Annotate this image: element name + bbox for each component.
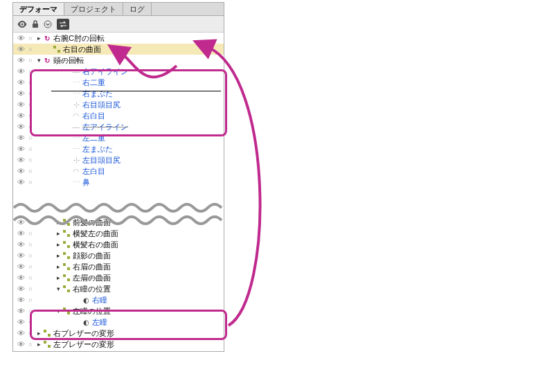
surface-icon [42, 341, 52, 348]
caret-icon[interactable] [35, 57, 42, 64]
eye-icon[interactable]: 👁 [16, 296, 26, 304]
tree-row[interactable]: 👁 ↻ 頭の回転 [13, 55, 224, 66]
tree-row[interactable]: 👁 ⋯ 左まぶた [13, 143, 224, 154]
surface-icon [52, 46, 62, 53]
select-dot[interactable] [26, 253, 35, 259]
eye-icon[interactable]: 👁 [16, 240, 26, 249]
eye-icon[interactable]: 👁 [16, 100, 26, 109]
row-label: 右目の曲面 [62, 44, 101, 55]
tree-row[interactable]: 👁 前髪の曲面 [13, 217, 224, 228]
row-label: 左白目 [81, 166, 105, 177]
tree-row[interactable]: 👁 顔影の曲面 [13, 250, 224, 261]
lock-icon[interactable] [32, 20, 39, 28]
surface-icon [62, 263, 71, 270]
tree-row[interactable]: 👁 横髪左の曲面 [13, 228, 224, 239]
row-label: 左ブレザーの変形 [52, 339, 114, 350]
tree-row[interactable]: 👁 ◠ 左白目 [13, 166, 224, 177]
eye-icon[interactable]: 👁 [16, 329, 26, 337]
caret-icon[interactable] [55, 274, 62, 281]
select-dot[interactable] [26, 35, 35, 42]
eye-icon[interactable]: 👁 [16, 123, 26, 131]
caret-icon[interactable] [35, 341, 42, 348]
select-dot[interactable] [26, 220, 35, 226]
select-dot[interactable] [26, 46, 35, 53]
caret-icon[interactable] [55, 241, 62, 248]
tree-row[interactable]: 👁 ⋯ 鼻 [13, 177, 224, 188]
eye-icon[interactable]: 👁 [16, 340, 26, 348]
svg-point-0 [21, 23, 24, 25]
eye-icon[interactable]: 👁 [16, 318, 26, 326]
eye-icon[interactable]: 👁 [16, 34, 26, 42]
select-dot[interactable] [26, 179, 35, 186]
row-label: 鼻 [81, 177, 90, 188]
eye-icon[interactable]: 👁 [16, 78, 26, 87]
eye-icon[interactable]: 👁 [16, 167, 26, 175]
surface-icon [62, 274, 71, 281]
eye-icon[interactable]: 👁 [16, 274, 26, 282]
tree-row[interactable]: 👁 右瞳 [13, 294, 224, 305]
eye-icon[interactable]: 👁 [16, 67, 26, 75]
tree-row[interactable]: 👁 右瞳の位置 [13, 283, 224, 294]
svg-rect-1 [33, 24, 38, 28]
row-label: 右眉の曲面 [71, 262, 111, 272]
eye-icon[interactable]: 👁 [16, 285, 26, 293]
swap-button[interactable] [57, 19, 69, 30]
caret-icon[interactable] [55, 252, 62, 259]
select-dot[interactable] [26, 286, 35, 292]
deformer-panel: デフォーマ プロジェクト ログ 👁 ↻ 右腕C肘の回転 👁 右目の曲面 [12, 2, 224, 352]
eye-icon[interactable]: 👁 [16, 229, 26, 238]
caret-icon[interactable] [35, 35, 42, 42]
eye-icon[interactable]: 👁 [16, 262, 26, 271]
eye-icon[interactable]: 👁 [16, 134, 26, 142]
tab-deformer[interactable]: デフォーマ [13, 3, 64, 15]
surface-icon [62, 252, 71, 259]
select-dot[interactable] [26, 242, 35, 248]
row-label: 顔影の曲面 [71, 251, 111, 261]
row-label: 横髪右の曲面 [71, 240, 118, 250]
select-dot[interactable] [26, 231, 35, 237]
tab-project[interactable]: プロジェクト [64, 3, 123, 15]
rotation-icon: ↻ [42, 57, 52, 64]
select-dot[interactable] [26, 157, 35, 163]
tree-row[interactable]: 👁 右眉の曲面 [13, 261, 224, 272]
eye-icon[interactable]: 👁 [16, 89, 26, 98]
surface-icon [62, 230, 71, 237]
caret-icon[interactable] [55, 219, 62, 226]
eye-icon[interactable]: 👁 [16, 56, 26, 64]
eye-icon[interactable]: 👁 [16, 218, 26, 226]
eye-icon[interactable]: 👁 [16, 178, 26, 186]
tree-row[interactable]: 👁 ↻ 右腕C肘の回転 [13, 33, 224, 44]
eye-icon[interactable]: 👁 [16, 145, 26, 153]
select-dot[interactable] [26, 57, 35, 64]
select-dot[interactable] [26, 264, 35, 270]
select-dot[interactable] [26, 146, 35, 152]
tree-row[interactable]: 👁 右目の曲面 [13, 44, 224, 55]
tree-row[interactable]: 👁 左ブレザーの変形 [13, 339, 224, 350]
select-dot[interactable] [26, 341, 35, 348]
caret-icon[interactable] [55, 230, 62, 237]
select-dot[interactable] [26, 168, 35, 175]
mesh-icon: ⋯ [71, 145, 81, 153]
eye-icon[interactable]: 👁 [16, 156, 26, 164]
eye-icon[interactable]: 👁 [16, 45, 26, 53]
tree-row[interactable]: 👁 横髪右の曲面 [13, 239, 224, 250]
row-label: 頭の回転 [52, 55, 84, 66]
visibility-icon[interactable] [17, 21, 27, 28]
tree-row[interactable]: 👁 左眉の曲面 [13, 272, 224, 283]
surface-icon [62, 241, 71, 248]
caret-icon[interactable] [55, 263, 62, 270]
expand-icon[interactable] [44, 20, 52, 28]
eye-icon[interactable]: 👁 [16, 307, 26, 315]
eye-icon[interactable]: 👁 [16, 112, 26, 120]
tab-log[interactable]: ログ [123, 3, 152, 15]
annotation-box [30, 310, 227, 340]
select-dot[interactable] [26, 297, 35, 303]
tree-row[interactable]: 👁 ⊹ 左目頭目尻 [13, 154, 224, 166]
eye-icon[interactable]: 👁 [16, 251, 26, 260]
annotation-box [30, 69, 227, 136]
row-label: 右瞳の位置 [71, 284, 111, 294]
caret-icon[interactable] [55, 285, 62, 292]
select-dot[interactable] [26, 275, 35, 281]
mesh-icon: ◠ [71, 168, 81, 175]
row-label: 右腕C肘の回転 [52, 33, 105, 44]
